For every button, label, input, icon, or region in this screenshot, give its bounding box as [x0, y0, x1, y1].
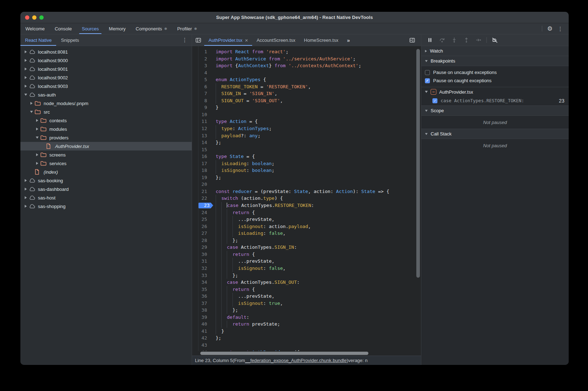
line-number[interactable]: 38	[192, 307, 210, 314]
code-line[interactable]: 4	[192, 69, 421, 76]
tree-item[interactable]: sas-auth	[20, 90, 192, 99]
tab-snippets[interactable]: Snippets	[56, 34, 84, 46]
code-line[interactable]: 30return {	[192, 251, 421, 258]
call-stack-section-header[interactable]: Call Stack	[421, 129, 569, 139]
breakpoint-file-group[interactable]: ‹›AuthProvider.tsx	[421, 87, 569, 96]
code-line[interactable]: 43	[192, 342, 421, 349]
line-number[interactable]: 41	[192, 328, 210, 335]
step-over-icon[interactable]	[438, 36, 446, 44]
code-line[interactable]: 32isSignout: false,	[192, 265, 421, 272]
line-number[interactable]: 1	[192, 48, 210, 55]
chevron-right-icon[interactable]	[23, 188, 28, 190]
tree-item[interactable]: providers	[20, 133, 192, 142]
tree-item[interactable]: sas-shopping	[20, 202, 192, 211]
tree-item[interactable]: localhost:9000	[20, 56, 192, 65]
code-line[interactable]: 15	[192, 146, 421, 153]
line-number[interactable]: 2	[192, 55, 210, 63]
tab-welcome[interactable]: Welcome	[20, 23, 50, 34]
code-line[interactable]: 41}	[192, 328, 421, 335]
code-line[interactable]: 24return {	[192, 209, 421, 216]
tree-item[interactable]: localhost:8081	[20, 48, 192, 56]
code-line[interactable]: 23case ActionTypes.RESTORE_TOKEN:	[192, 202, 421, 209]
line-number[interactable]: 30	[192, 251, 210, 258]
tree-item[interactable]: contexts	[20, 116, 192, 125]
more-tabs-icon[interactable]: »	[343, 34, 354, 46]
pause-on-caught-exceptions[interactable]: ✓ Pause on caught exceptions	[421, 76, 569, 85]
chevron-right-icon[interactable]	[23, 179, 28, 182]
line-number[interactable]: 9	[192, 104, 210, 111]
code-line[interactable]: 18isSignout: boolean;	[192, 167, 421, 174]
line-number[interactable]: 37	[192, 300, 210, 307]
chevron-right-icon[interactable]	[23, 85, 28, 88]
line-number[interactable]: 43	[192, 342, 210, 349]
line-number[interactable]: 32	[192, 265, 210, 272]
tab-console[interactable]: Console	[50, 23, 77, 34]
editor-tab-AuthProvider.tsx[interactable]: AuthProvider.tsx×	[204, 34, 252, 46]
chevron-right-icon[interactable]	[23, 50, 28, 53]
line-number[interactable]: 22	[192, 195, 210, 202]
chevron-right-icon[interactable]	[35, 162, 40, 165]
line-number[interactable]: 27	[192, 230, 210, 237]
step-out-icon[interactable]	[462, 36, 471, 44]
line-number[interactable]: 39	[192, 314, 210, 321]
tree-item[interactable]: services	[20, 159, 192, 168]
tree-item[interactable]: localhost:9003	[20, 82, 192, 90]
tab-profiler[interactable]: Profiler❄	[172, 23, 202, 34]
code-line[interactable]: 8SIGN_OUT = 'SIGN_OUT',	[192, 97, 421, 104]
code-line[interactable]: 33};	[192, 272, 421, 279]
code-line[interactable]: 10	[192, 111, 421, 118]
code-line[interactable]: 35return {	[192, 286, 421, 293]
chevron-right-icon[interactable]	[23, 205, 28, 208]
code-line[interactable]: 37isSignout: true,	[192, 300, 421, 307]
tree-item[interactable]: screens	[20, 150, 192, 159]
breakpoint-entry[interactable]: ✓case ActionTypes.RESTORE_TOKEN:23	[421, 96, 569, 105]
line-number[interactable]: 26	[192, 223, 210, 230]
tree-item[interactable]: localhost:9002	[20, 73, 192, 82]
code-line[interactable]: 12type: ActionTypes;	[192, 125, 421, 132]
navigator-kebab-menu-icon[interactable]: ⋮	[182, 37, 187, 43]
code-line[interactable]: 28};	[192, 237, 421, 244]
tree-item[interactable]: src	[20, 108, 192, 116]
tree-item[interactable]: node_modules/.pnpm	[20, 99, 192, 108]
chevron-right-icon[interactable]	[23, 196, 28, 199]
chevron-down-icon[interactable]	[35, 137, 40, 139]
code-line[interactable]: 3import {AuthContext} from '../contexts/…	[192, 62, 421, 69]
line-number[interactable]: 10	[192, 111, 210, 118]
code-line[interactable]: 2import AuthService from '../services/Au…	[192, 55, 421, 63]
scope-section-header[interactable]: Scope	[421, 106, 569, 116]
line-number[interactable]: 13	[192, 132, 210, 139]
chevron-right-icon[interactable]	[23, 76, 28, 79]
line-number[interactable]: 28	[192, 237, 210, 244]
code-line[interactable]: 40return prevState;	[192, 321, 421, 328]
code-line[interactable]: 1import React from 'react';	[192, 48, 421, 55]
code-line[interactable]: 36...prevState,	[192, 293, 421, 300]
tree-item[interactable]: sas-host	[20, 193, 192, 202]
code-line[interactable]: 5enum ActionTypes {	[192, 76, 421, 83]
line-number[interactable]: 29	[192, 244, 210, 251]
code-line[interactable]: 17isLoading: boolean;	[192, 160, 421, 167]
code-line[interactable]: 25...prevState,	[192, 216, 421, 223]
watch-section-header[interactable]: Watch	[421, 46, 569, 56]
chevron-right-icon[interactable]	[29, 102, 34, 105]
code-line[interactable]: 11type Action = {	[192, 118, 421, 125]
tab-react-native[interactable]: React Native	[20, 34, 56, 46]
tree-item[interactable]: AuthProvider.tsx	[20, 142, 192, 150]
chevron-right-icon[interactable]	[23, 59, 28, 62]
line-number[interactable]: 12	[192, 125, 210, 132]
chevron-right-icon[interactable]	[35, 119, 40, 122]
code-line[interactable]: 31...prevState,	[192, 258, 421, 265]
close-tab-icon[interactable]: ×	[245, 37, 248, 43]
code-line[interactable]: 21const reducer = (prevState: State, act…	[192, 188, 421, 195]
line-number[interactable]: 7	[192, 90, 210, 97]
line-number[interactable]: 21	[192, 188, 210, 195]
line-number[interactable]: 3	[192, 62, 210, 69]
editor-tab-HomeScreen.tsx[interactable]: HomeScreen.tsx	[300, 34, 343, 46]
line-number[interactable]: 18	[192, 167, 210, 174]
tab-memory[interactable]: Memory	[104, 23, 131, 34]
line-number[interactable]: 15	[192, 146, 210, 153]
checkbox-checked-icon[interactable]: ✓	[432, 98, 437, 103]
tab-sources[interactable]: Sources	[77, 23, 104, 34]
pause-on-uncaught-exceptions[interactable]: Pause on uncaught exceptions	[421, 68, 569, 76]
code-line[interactable]: 42};	[192, 335, 421, 342]
line-number[interactable]: 4	[192, 69, 210, 76]
